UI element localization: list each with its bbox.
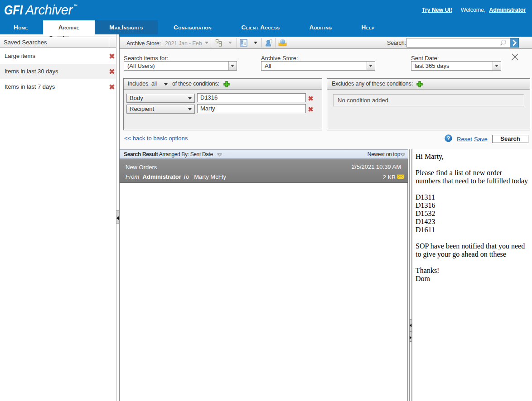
svg-text:?: ? bbox=[447, 135, 450, 142]
